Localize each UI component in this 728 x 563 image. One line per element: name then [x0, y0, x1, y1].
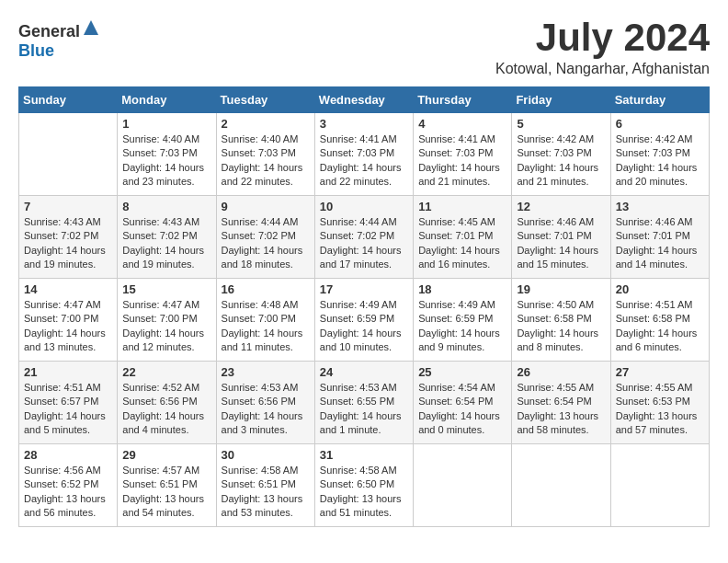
calendar-cell: 31Sunrise: 4:58 AM Sunset: 6:50 PM Dayli… [314, 444, 413, 527]
calendar-week-row: 14Sunrise: 4:47 AM Sunset: 7:00 PM Dayli… [19, 279, 710, 362]
day-number: 17 [320, 282, 408, 296]
day-number: 11 [418, 200, 506, 213]
day-number: 22 [122, 365, 210, 379]
day-info: Sunrise: 4:41 AM Sunset: 7:03 PM Dayligh… [320, 132, 408, 190]
day-number: 30 [222, 448, 310, 462]
svg-marker-0 [84, 20, 98, 35]
day-info: Sunrise: 4:55 AM Sunset: 6:54 PM Dayligh… [517, 381, 605, 438]
day-info: Sunrise: 4:45 AM Sunset: 7:01 PM Dayligh… [418, 215, 506, 272]
day-info: Sunrise: 4:55 AM Sunset: 6:53 PM Dayligh… [616, 381, 704, 438]
day-info: Sunrise: 4:41 AM Sunset: 7:03 PM Dayligh… [418, 132, 506, 190]
day-info: Sunrise: 4:42 AM Sunset: 7:03 PM Dayligh… [616, 132, 704, 190]
calendar-header-row: SundayMondayTuesdayWednesdayThursdayFrid… [19, 87, 710, 113]
calendar-cell: 12Sunrise: 4:46 AM Sunset: 7:01 PM Dayli… [512, 196, 610, 279]
day-number: 19 [517, 282, 605, 296]
day-number: 13 [616, 200, 704, 213]
day-number: 12 [517, 200, 605, 213]
calendar-cell: 29Sunrise: 4:57 AM Sunset: 6:51 PM Dayli… [118, 444, 216, 527]
day-info: Sunrise: 4:52 AM Sunset: 6:56 PM Dayligh… [122, 381, 210, 438]
calendar-cell: 20Sunrise: 4:51 AM Sunset: 6:58 PM Dayli… [610, 279, 709, 362]
calendar-cell: 27Sunrise: 4:55 AM Sunset: 6:53 PM Dayli… [610, 362, 709, 444]
day-number: 28 [24, 448, 112, 462]
day-number: 20 [616, 282, 704, 296]
day-info: Sunrise: 4:53 AM Sunset: 6:55 PM Dayligh… [320, 381, 408, 438]
calendar-day-header: Sunday [19, 87, 118, 113]
day-number: 4 [418, 117, 506, 131]
day-number: 5 [517, 117, 605, 131]
day-number: 26 [517, 365, 605, 379]
day-info: Sunrise: 4:47 AM Sunset: 7:00 PM Dayligh… [122, 298, 210, 355]
calendar-cell: 26Sunrise: 4:55 AM Sunset: 6:54 PM Dayli… [512, 362, 610, 444]
day-number: 1 [122, 117, 210, 131]
day-number: 15 [122, 282, 210, 296]
calendar-cell: 3Sunrise: 4:41 AM Sunset: 7:03 PM Daylig… [314, 113, 413, 196]
day-info: Sunrise: 4:43 AM Sunset: 7:02 PM Dayligh… [24, 215, 112, 272]
day-number: 2 [222, 117, 310, 131]
day-info: Sunrise: 4:43 AM Sunset: 7:02 PM Dayligh… [122, 215, 210, 272]
calendar-cell: 6Sunrise: 4:42 AM Sunset: 7:03 PM Daylig… [610, 113, 709, 196]
calendar-day-header: Tuesday [216, 87, 314, 113]
calendar-cell [414, 444, 512, 527]
calendar-cell: 17Sunrise: 4:49 AM Sunset: 6:59 PM Dayli… [314, 279, 413, 362]
title-area: July 2024 Kotowal, Nangarhar, Afghanista… [495, 18, 710, 77]
calendar-day-header: Saturday [610, 87, 709, 113]
calendar-cell [512, 444, 610, 527]
day-info: Sunrise: 4:49 AM Sunset: 6:59 PM Dayligh… [320, 298, 408, 355]
logo-general: General [18, 22, 80, 40]
calendar-cell: 23Sunrise: 4:53 AM Sunset: 6:56 PM Dayli… [216, 362, 314, 444]
day-info: Sunrise: 4:56 AM Sunset: 6:52 PM Dayligh… [24, 464, 112, 521]
day-info: Sunrise: 4:54 AM Sunset: 6:54 PM Dayligh… [418, 381, 506, 438]
day-info: Sunrise: 4:49 AM Sunset: 6:59 PM Dayligh… [418, 298, 506, 355]
day-number: 18 [418, 282, 506, 296]
calendar-cell [19, 113, 118, 196]
calendar-table: SundayMondayTuesdayWednesdayThursdayFrid… [18, 86, 710, 527]
calendar-cell: 16Sunrise: 4:48 AM Sunset: 7:00 PM Dayli… [216, 279, 314, 362]
logo: General Blue [18, 18, 100, 61]
calendar-cell: 5Sunrise: 4:42 AM Sunset: 7:03 PM Daylig… [512, 113, 610, 196]
day-info: Sunrise: 4:46 AM Sunset: 7:01 PM Dayligh… [616, 215, 704, 272]
calendar-cell: 19Sunrise: 4:50 AM Sunset: 6:58 PM Dayli… [512, 279, 610, 362]
calendar-cell: 11Sunrise: 4:45 AM Sunset: 7:01 PM Dayli… [414, 196, 512, 279]
calendar-week-row: 21Sunrise: 4:51 AM Sunset: 6:57 PM Dayli… [19, 362, 710, 444]
location: Kotowal, Nangarhar, Afghanistan [495, 61, 710, 77]
day-info: Sunrise: 4:53 AM Sunset: 6:56 PM Dayligh… [222, 381, 310, 438]
calendar-day-header: Monday [118, 87, 216, 113]
calendar-cell: 28Sunrise: 4:56 AM Sunset: 6:52 PM Dayli… [19, 444, 118, 527]
calendar-cell: 15Sunrise: 4:47 AM Sunset: 7:00 PM Dayli… [118, 279, 216, 362]
calendar-week-row: 7Sunrise: 4:43 AM Sunset: 7:02 PM Daylig… [19, 196, 710, 279]
calendar-cell: 24Sunrise: 4:53 AM Sunset: 6:55 PM Dayli… [314, 362, 413, 444]
calendar-cell: 13Sunrise: 4:46 AM Sunset: 7:01 PM Dayli… [610, 196, 709, 279]
day-number: 3 [320, 117, 408, 131]
day-info: Sunrise: 4:58 AM Sunset: 6:51 PM Dayligh… [222, 464, 310, 521]
logo-icon [82, 18, 100, 37]
day-number: 24 [320, 365, 408, 379]
day-number: 29 [122, 448, 210, 462]
calendar-cell: 2Sunrise: 4:40 AM Sunset: 7:03 PM Daylig… [216, 113, 314, 196]
day-number: 6 [616, 117, 704, 131]
day-info: Sunrise: 4:57 AM Sunset: 6:51 PM Dayligh… [122, 464, 210, 521]
calendar-cell: 21Sunrise: 4:51 AM Sunset: 6:57 PM Dayli… [19, 362, 118, 444]
day-number: 21 [24, 365, 112, 379]
calendar-day-header: Wednesday [314, 87, 413, 113]
day-info: Sunrise: 4:40 AM Sunset: 7:03 PM Dayligh… [222, 132, 310, 190]
day-info: Sunrise: 4:51 AM Sunset: 6:57 PM Dayligh… [24, 381, 112, 438]
page-header: General Blue July 2024 Kotowal, Nangarha… [18, 18, 710, 77]
day-number: 8 [122, 200, 210, 213]
day-info: Sunrise: 4:48 AM Sunset: 7:00 PM Dayligh… [222, 298, 310, 355]
calendar-cell: 9Sunrise: 4:44 AM Sunset: 7:02 PM Daylig… [216, 196, 314, 279]
day-info: Sunrise: 4:58 AM Sunset: 6:50 PM Dayligh… [320, 464, 408, 521]
calendar-cell: 4Sunrise: 4:41 AM Sunset: 7:03 PM Daylig… [414, 113, 512, 196]
logo-blue: Blue [18, 41, 54, 60]
calendar-cell: 1Sunrise: 4:40 AM Sunset: 7:03 PM Daylig… [118, 113, 216, 196]
calendar-cell: 14Sunrise: 4:47 AM Sunset: 7:00 PM Dayli… [19, 279, 118, 362]
month-title: July 2024 [495, 18, 710, 57]
day-info: Sunrise: 4:46 AM Sunset: 7:01 PM Dayligh… [517, 215, 605, 272]
day-info: Sunrise: 4:42 AM Sunset: 7:03 PM Dayligh… [517, 132, 605, 190]
calendar-day-header: Thursday [414, 87, 512, 113]
calendar-week-row: 28Sunrise: 4:56 AM Sunset: 6:52 PM Dayli… [19, 444, 710, 527]
logo-content: General Blue [18, 18, 100, 61]
day-info: Sunrise: 4:44 AM Sunset: 7:02 PM Dayligh… [222, 215, 310, 272]
day-number: 7 [24, 200, 112, 213]
day-info: Sunrise: 4:51 AM Sunset: 6:58 PM Dayligh… [616, 298, 704, 355]
day-info: Sunrise: 4:40 AM Sunset: 7:03 PM Dayligh… [122, 132, 210, 190]
